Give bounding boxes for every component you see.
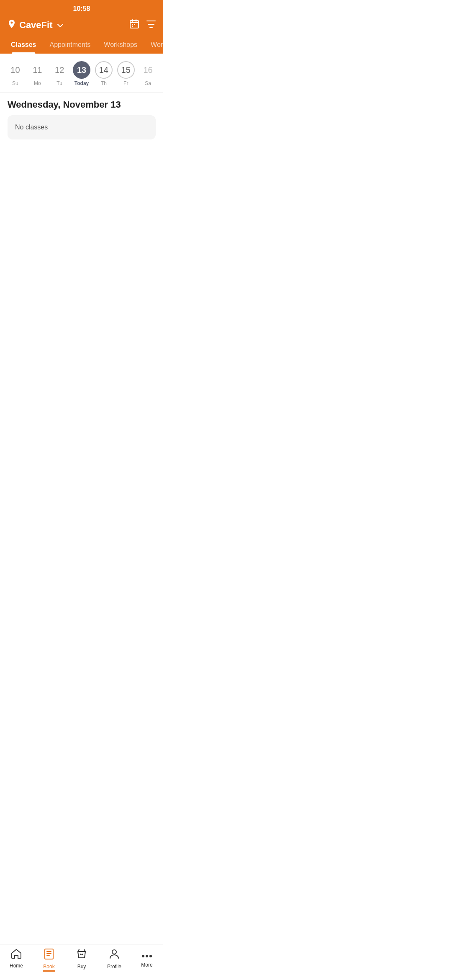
calendar-strip: 10 Su 11 Mo 12 Tu 13 Today 14 Th 15 F [0,54,163,93]
no-classes-message: No classes [15,124,48,131]
page-wrapper: 10:58 CaveFit [0,0,163,353]
day-13-today[interactable]: 13 Today [71,59,93,88]
day-10[interactable]: 10 Su [4,59,26,88]
day-number-10: 10 [6,61,24,79]
selected-date-heading: Wednesday, November 13 [0,93,163,115]
calendar-icon[interactable] [130,19,139,31]
day-label-th: Th [101,80,107,86]
day-number-15: 15 [117,61,135,79]
main-content [0,139,163,353]
day-label-tu: Tu [56,80,62,86]
tab-appointments[interactable]: Appointments [43,37,98,54]
tab-classes[interactable]: Classes [4,37,43,54]
day-14[interactable]: 14 Th [92,59,115,88]
day-number-14: 14 [95,61,113,79]
tabs-navigation: Classes Appointments Workshops Workshi [0,37,163,54]
header-right [130,19,156,31]
header-left: CaveFit [8,20,63,31]
no-classes-card: No classes [8,115,156,139]
day-label-mo: Mo [34,80,41,86]
location-icon [8,20,16,31]
brand-name[interactable]: CaveFit [19,20,52,31]
svg-rect-1 [132,24,133,25]
day-12[interactable]: 12 Tu [49,59,71,88]
day-label-today: Today [74,80,89,86]
day-number-16: 16 [139,61,157,79]
filter-icon[interactable] [146,20,156,31]
svg-rect-2 [134,24,135,25]
day-label-su: Su [12,80,18,86]
day-number-13: 13 [73,61,90,79]
tab-workshi[interactable]: Workshi [144,37,163,54]
day-15[interactable]: 15 Fr [115,59,137,88]
svg-rect-3 [132,26,133,27]
tab-workshops[interactable]: Workshops [97,37,144,54]
day-label-sa: Sa [145,80,151,86]
status-bar: 10:58 [0,0,163,15]
chevron-down-icon[interactable] [57,21,63,29]
day-number-12: 12 [51,61,68,79]
day-label-fr: Fr [123,80,128,86]
day-number-11: 11 [28,61,46,79]
day-16[interactable]: 16 Sa [137,59,159,88]
day-11[interactable]: 11 Mo [26,59,49,88]
days-row: 10 Su 11 Mo 12 Tu 13 Today 14 Th 15 F [4,59,159,88]
status-time: 10:58 [73,5,90,12]
app-header: CaveFit [0,15,163,37]
